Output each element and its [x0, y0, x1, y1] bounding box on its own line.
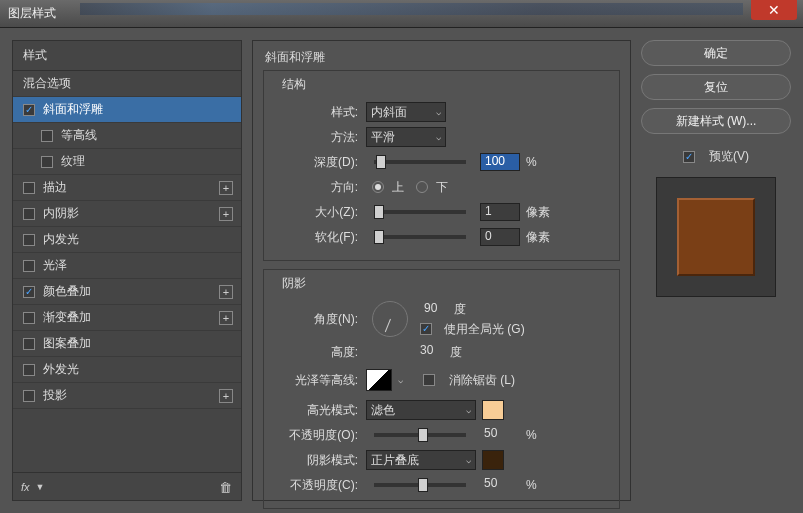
style-row-2[interactable]: 纹理	[13, 149, 241, 175]
direction-down-label: 下	[436, 179, 448, 196]
direction-up-radio[interactable]	[372, 181, 384, 193]
blend-options-row[interactable]: 混合选项	[13, 71, 241, 97]
style-row-5[interactable]: 内发光	[13, 227, 241, 253]
depth-input[interactable]: 100	[480, 153, 520, 171]
preview-checkbox[interactable]	[683, 151, 695, 163]
style-row-11[interactable]: 投影+	[13, 383, 241, 409]
add-instance-icon[interactable]: +	[219, 181, 233, 195]
angle-unit: 度	[454, 301, 466, 318]
highlight-mode-select[interactable]: 滤色⌵	[366, 400, 476, 420]
direction-up-label: 上	[392, 179, 404, 196]
structure-fieldset: 结构 样式: 内斜面⌵ 方法: 平滑⌵ 深度(D): 100 % 方向:	[263, 70, 620, 261]
direction-label: 方向:	[274, 179, 360, 196]
chevron-down-icon: ⌵	[436, 132, 441, 142]
style-label: 渐变叠加	[43, 309, 91, 326]
chevron-down-icon: ⌵	[466, 405, 471, 415]
styles-footer: fx ▼ 🗑	[13, 472, 241, 500]
style-row-3[interactable]: 描边+	[13, 175, 241, 201]
dialog-body: 样式 混合选项 斜面和浮雕等高线纹理描边+内阴影+内发光光泽颜色叠加+渐变叠加+…	[0, 28, 803, 513]
shadow-color-swatch[interactable]	[482, 450, 504, 470]
preview-box	[656, 177, 776, 297]
style-checkbox[interactable]	[23, 312, 35, 324]
altitude-input[interactable]: 30	[416, 343, 444, 361]
style-checkbox[interactable]	[23, 286, 35, 298]
blend-options-label: 混合选项	[23, 75, 71, 92]
style-row-6[interactable]: 光泽	[13, 253, 241, 279]
style-label: 投影	[43, 387, 67, 404]
ok-button[interactable]: 确定	[641, 40, 791, 66]
highlight-opacity-unit: %	[526, 428, 560, 442]
global-light-checkbox[interactable]	[420, 323, 432, 335]
style-label: 光泽	[43, 257, 67, 274]
soften-slider[interactable]	[374, 235, 466, 239]
antialias-label: 消除锯齿 (L)	[449, 372, 515, 389]
chevron-down-icon: ⌵	[466, 455, 471, 465]
style-select[interactable]: 内斜面⌵	[366, 102, 446, 122]
angle-dial[interactable]	[372, 301, 408, 337]
style-row-0[interactable]: 斜面和浮雕	[13, 97, 241, 123]
preview-swatch	[677, 198, 755, 276]
antialias-checkbox[interactable]	[423, 374, 435, 386]
settings-title: 斜面和浮雕	[265, 49, 620, 66]
style-checkbox[interactable]	[23, 260, 35, 272]
chevron-down-icon[interactable]: ⌵	[398, 375, 403, 385]
style-label: 图案叠加	[43, 335, 91, 352]
highlight-opacity-input[interactable]: 50	[480, 426, 520, 444]
style-value: 内斜面	[371, 104, 407, 121]
style-checkbox[interactable]	[41, 130, 53, 142]
add-instance-icon[interactable]: +	[219, 207, 233, 221]
soften-input[interactable]: 0	[480, 228, 520, 246]
highlight-color-swatch[interactable]	[482, 400, 504, 420]
style-checkbox[interactable]	[23, 182, 35, 194]
style-row-9[interactable]: 图案叠加	[13, 331, 241, 357]
style-label: 内发光	[43, 231, 79, 248]
style-checkbox[interactable]	[23, 364, 35, 376]
direction-down-radio[interactable]	[416, 181, 428, 193]
style-label: 样式:	[274, 104, 360, 121]
close-icon: ✕	[768, 2, 780, 18]
angle-label: 角度(N):	[274, 311, 360, 328]
styles-header: 样式	[13, 41, 241, 71]
size-label: 大小(Z):	[274, 204, 360, 221]
style-checkbox[interactable]	[23, 390, 35, 402]
fx-icon[interactable]: fx	[21, 481, 30, 493]
fx-menu-caret-icon[interactable]: ▼	[36, 482, 45, 492]
right-panel: 确定 复位 新建样式 (W)... 预览(V)	[641, 40, 791, 501]
gloss-contour-picker[interactable]	[366, 369, 392, 391]
preview-label: 预览(V)	[709, 148, 749, 165]
style-checkbox[interactable]	[23, 234, 35, 246]
style-label: 描边	[43, 179, 67, 196]
highlight-mode-label: 高光模式:	[274, 402, 360, 419]
add-instance-icon[interactable]: +	[219, 389, 233, 403]
highlight-opacity-slider[interactable]	[374, 433, 466, 437]
styles-panel: 样式 混合选项 斜面和浮雕等高线纹理描边+内阴影+内发光光泽颜色叠加+渐变叠加+…	[12, 40, 242, 501]
style-checkbox[interactable]	[23, 208, 35, 220]
shadow-opacity-input[interactable]: 50	[480, 476, 520, 494]
style-row-4[interactable]: 内阴影+	[13, 201, 241, 227]
method-select[interactable]: 平滑⌵	[366, 127, 446, 147]
new-style-button[interactable]: 新建样式 (W)...	[641, 108, 791, 134]
highlight-mode-value: 滤色	[371, 402, 395, 419]
style-checkbox[interactable]	[23, 338, 35, 350]
angle-input[interactable]: 90	[420, 301, 448, 319]
style-row-1[interactable]: 等高线	[13, 123, 241, 149]
size-slider[interactable]	[374, 210, 466, 214]
shadow-opacity-slider[interactable]	[374, 483, 466, 487]
shadow-mode-value: 正片叠底	[371, 452, 419, 469]
add-instance-icon[interactable]: +	[219, 311, 233, 325]
close-button[interactable]: ✕	[751, 0, 797, 20]
method-value: 平滑	[371, 129, 395, 146]
cancel-button[interactable]: 复位	[641, 74, 791, 100]
shadow-mode-select[interactable]: 正片叠底⌵	[366, 450, 476, 470]
style-checkbox[interactable]	[23, 104, 35, 116]
style-checkbox[interactable]	[41, 156, 53, 168]
style-row-8[interactable]: 渐变叠加+	[13, 305, 241, 331]
size-input[interactable]: 1	[480, 203, 520, 221]
depth-slider[interactable]	[374, 160, 466, 164]
trash-icon[interactable]: 🗑	[219, 480, 233, 494]
structure-legend: 结构	[278, 76, 310, 93]
style-row-10[interactable]: 外发光	[13, 357, 241, 383]
shadow-mode-label: 阴影模式:	[274, 452, 360, 469]
style-row-7[interactable]: 颜色叠加+	[13, 279, 241, 305]
add-instance-icon[interactable]: +	[219, 285, 233, 299]
